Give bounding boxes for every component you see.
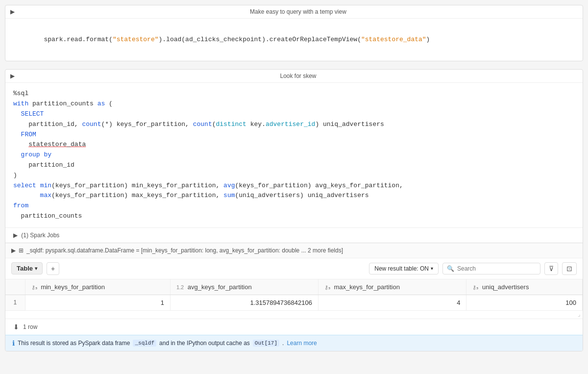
code-statestore-data: statestore_data [28,141,86,148]
code-distinct: ( [212,121,216,128]
filter-button[interactable]: ⊽ [544,262,558,275]
code-group-by: group by [21,151,51,158]
download-icon[interactable]: ⬇ [13,323,19,331]
run-icon-2: ▶ [10,73,15,79]
cell-2-title: Look for skew [19,73,578,79]
code-adv-id: advertiser_id [266,121,315,128]
col-icon-avg: 1.2 [176,284,184,290]
table-header-row: ⚷₃ min_keys_for_partition 1.2 avg_keys_f… [5,279,583,295]
code-key-adv: key. [246,121,266,128]
code-statestore-data-string: "statestore_data" [361,36,426,43]
table-view-button[interactable]: Table ▾ [11,262,43,274]
row-count-label: 1 row [23,324,37,330]
code-select: SELECT [21,110,44,118]
code-partition-counts: partition_counts [28,100,97,107]
cell-1-title: Make easy to query with a temp view [19,8,578,15]
code-partition-counts-ref: partition_counts [13,212,82,220]
code-statestore-string: "statestore" [113,36,159,43]
code-sum-fn: sum [223,192,235,199]
col-label-max: max_keys_for_partition [334,283,400,291]
table-view-label: Table [17,265,33,272]
col-label-uniq: uniq_advertisers [482,283,529,291]
code-spark-read: spark.read.format( [44,36,112,43]
table-chevron-icon: ▾ [35,266,37,271]
code-load: ).load(ad_clicks_checkpoint).createOrRep… [159,36,361,43]
code-prefix [28,36,44,43]
cell-2-code[interactable]: %sql with partition_counts as ( SELECT p… [5,83,583,227]
table-row: 1 1 1.3157894736842106 4 100 [5,295,583,310]
col-label-avg: avg_keys_for_partition [188,283,252,291]
output-expand-icon: ▶ [11,247,16,254]
info-text-before: This result is stored as PySpark data fr… [18,340,130,347]
col-header-avg-keys[interactable]: 1.2 avg_keys_for_partition [170,279,318,295]
col-label-min: min_keys_for_partition [41,283,105,291]
info-code-out: Out[17] [253,340,279,347]
cell-avg-keys: 1.3157894736842106 [170,295,318,310]
df-icon: ⊞ [19,247,24,254]
cell-1-code[interactable]: spark.read.format("statestore").load(ad_… [5,19,583,61]
code-select2: select [13,182,36,189]
code-distinct-kw: distinct [216,121,246,128]
code-count-distinct: count [193,121,212,128]
layout-icon: ⊡ [566,265,572,273]
output-df-info: _sqldf: pyspark.sql.dataframe.DataFrame … [26,247,343,254]
col-icon-uniq: ⚷₃ [472,284,478,290]
col-header-uniq-adv[interactable]: ⚷₃ uniq_advertisers [466,279,583,295]
search-input[interactable] [457,265,536,272]
code-count-fn: count [82,121,101,128]
spark-jobs-arrow: ▶ [13,232,18,239]
table-footer: ⬇ 1 row [5,319,583,335]
code-close-paren2: ) [13,172,17,179]
col-header-min-keys[interactable]: ⚷₃ min_keys_for_partition [25,279,170,295]
search-box[interactable]: 🔍 [442,263,540,274]
col-header-max-keys[interactable]: ⚷₃ max_keys_for_partition [318,279,466,295]
info-code-sqldf: _sqldf [133,340,156,347]
col-header-rownum [5,279,25,295]
code-newline2 [13,151,21,158]
spark-jobs[interactable]: ▶ (1) Spark Jobs [5,227,583,243]
code-avg-fn: avg [223,182,235,189]
info-text-end: . [282,340,284,347]
resize-corner[interactable]: ⌟ [5,311,583,319]
code-with: with [13,100,28,107]
code-max-fn: max [40,192,51,199]
output-section: ▶ ⊞ _sqldf: pyspark.sql.dataframe.DataFr… [5,243,583,351]
add-label: + [51,265,55,273]
result-toggle-label: New result table: ON [374,265,429,272]
results-table: ⚷₃ min_keys_for_partition 1.2 avg_keys_f… [5,279,583,311]
result-toggle-button[interactable]: New result table: ON ▾ [369,263,439,274]
search-icon: 🔍 [447,265,454,272]
filter-icon: ⊽ [549,265,554,273]
code-sum-args: (uniq_advertisers) uniq_advertisers [235,192,368,199]
cell-1: ▶ Make easy to query with a temp view sp… [5,5,583,61]
code-close-paren: ) [426,36,430,43]
learn-more-link[interactable]: Learn more [287,340,317,347]
code-from: FROM [21,131,36,138]
code-magic: %sql [13,90,28,97]
info-icon: ℹ [12,339,15,347]
code-max-args: (keys_for_partition) max_keys_for_partit… [51,192,223,199]
add-view-button[interactable]: + [47,262,59,275]
info-text-middle: and in the IPython output cache as [159,340,250,347]
code-min-fn: min [40,182,51,189]
col-icon-min: ⚷₃ [31,284,37,290]
run-icon: ▶ [10,8,15,15]
cell-max-keys: 4 [318,295,466,310]
cell-2: ▶ Look for skew %sql with partition_coun… [5,69,583,351]
code-as: as [98,100,105,107]
layout-button[interactable]: ⊡ [562,262,577,275]
col-icon-max: ⚷₃ [324,284,330,290]
code-select-cols: partition_id, [13,121,82,128]
cell-2-header[interactable]: ▶ Look for skew [5,70,583,83]
code-newline1 [13,141,28,148]
output-header[interactable]: ▶ ⊞ _sqldf: pyspark.sql.dataframe.DataFr… [5,243,583,258]
cell-rownum: 1 [5,295,25,310]
cell-1-header[interactable]: ▶ Make easy to query with a temp view [5,5,583,19]
spark-jobs-label: (1) Spark Jobs [21,232,59,239]
code-min-args: (keys_for_partition) min_keys_for_partit… [51,182,223,189]
code-partition-id: partition_id [13,161,74,169]
code-min [36,182,40,189]
cell-min-keys: 1 [25,295,170,310]
result-toggle-chevron-icon: ▾ [431,266,433,271]
table-toolbar: Table ▾ + New result table: ON ▾ 🔍 ⊽ ⊡ [5,258,583,279]
